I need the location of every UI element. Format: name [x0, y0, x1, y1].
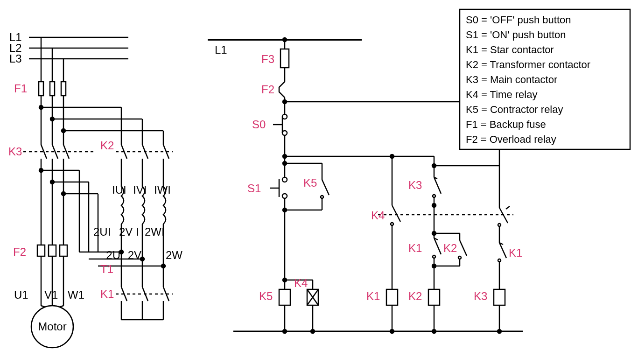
label-K2: K2 — [100, 139, 114, 152]
svg-line-122 — [434, 238, 441, 254]
ctrl-K1nc: K1 — [408, 242, 422, 254]
svg-point-115 — [391, 223, 393, 225]
legend-5: K4 = Time relay — [466, 89, 537, 100]
svg-line-114 — [392, 205, 400, 222]
ctrl-K5a: K5 — [303, 176, 317, 189]
label-IWI: IWI — [154, 183, 171, 196]
svg-point-113 — [432, 203, 436, 207]
svg-rect-8 — [61, 82, 66, 96]
legend-7: F1 = Backup fuse — [466, 119, 546, 130]
label-K1: K1 — [100, 287, 114, 300]
label-2VI: 2V I — [119, 225, 139, 238]
label-2V: 2V — [128, 249, 141, 261]
ctrl-L1: L1 — [215, 43, 227, 56]
label-2W: 2W — [166, 249, 182, 261]
svg-rect-57 — [60, 245, 67, 256]
label-2WI: 2WI — [145, 225, 165, 238]
label-2UI: 2UI — [93, 225, 111, 238]
ctrl-K3coil: K3 — [474, 290, 487, 302]
svg-point-124 — [433, 255, 435, 258]
svg-line-116 — [499, 208, 508, 223]
ctrl-K1coil: K1 — [366, 290, 380, 302]
label-IVI: IVI — [133, 183, 147, 196]
svg-point-97 — [282, 194, 287, 198]
ctrl-K4c: K4 — [371, 209, 385, 222]
svg-point-102 — [283, 161, 287, 165]
svg-line-129 — [460, 240, 467, 256]
legend-2: K1 = Star contactor — [466, 44, 554, 56]
legend-4: K3 = Main contactor — [466, 74, 557, 85]
label-U1: U1 — [14, 288, 28, 301]
svg-line-104 — [322, 180, 329, 195]
label-2U: 2U — [106, 249, 120, 261]
svg-point-127 — [432, 231, 436, 235]
svg-rect-151 — [494, 289, 505, 305]
ctrl-K1nc2: K1 — [509, 246, 522, 259]
svg-point-108 — [283, 208, 287, 212]
label-F2: F2 — [13, 245, 26, 258]
label-motor: Motor — [38, 320, 66, 333]
svg-point-130 — [458, 256, 461, 259]
ctrl-F3: F3 — [261, 53, 274, 65]
label-T1: T1 — [100, 263, 113, 275]
label-K3: K3 — [8, 145, 22, 158]
ctrl-K2coil: K2 — [408, 290, 422, 302]
svg-rect-6 — [39, 82, 43, 96]
ctrl-K5coil: K5 — [259, 290, 273, 302]
svg-rect-75 — [280, 49, 289, 68]
svg-point-158 — [498, 329, 501, 333]
svg-line-109 — [434, 177, 441, 194]
label-V1: V1 — [44, 288, 58, 301]
svg-rect-55 — [37, 245, 45, 256]
svg-point-154 — [283, 329, 287, 333]
svg-rect-147 — [386, 289, 398, 305]
label-IUI: IUI — [112, 183, 126, 196]
legend-3: K2 = Transformer contactor — [466, 59, 590, 70]
ctrl-S0: S0 — [252, 118, 266, 131]
ctrl-F2: F2 — [261, 83, 274, 96]
svg-line-71 — [59, 306, 63, 307]
svg-point-157 — [432, 329, 436, 333]
svg-point-111 — [433, 195, 435, 197]
svg-rect-149 — [428, 289, 440, 305]
power-circuit — [23, 37, 173, 348]
ctrl-K3nc: K3 — [408, 179, 422, 191]
svg-line-117 — [506, 206, 510, 209]
svg-point-136 — [498, 259, 501, 262]
svg-point-155 — [311, 329, 315, 333]
svg-point-96 — [282, 177, 287, 182]
svg-point-133 — [432, 264, 436, 268]
svg-point-141 — [283, 278, 287, 282]
svg-rect-138 — [279, 289, 290, 305]
legend-box: S0 = 'OFF' push button S1 = 'ON' push bu… — [460, 9, 630, 149]
svg-point-105 — [321, 196, 323, 198]
ctrl-K4coil: K4 — [294, 277, 308, 289]
ctrl-K2no: K2 — [443, 242, 457, 254]
label-F1: F1 — [14, 82, 27, 95]
svg-point-81 — [282, 114, 287, 119]
svg-point-54 — [161, 264, 165, 268]
svg-rect-56 — [49, 245, 56, 256]
svg-point-156 — [390, 329, 394, 333]
svg-line-70 — [41, 306, 45, 307]
legend-8: F2 = Overload relay — [466, 133, 556, 145]
legend-6: K5 = Contractor relay — [466, 104, 563, 115]
schematic-diagram: L1 L2 L3 F1 K3 K2 IUI IVI IWI 2UI 2V I 2… — [0, 0, 638, 364]
legend-1: S1 = 'ON' push button — [466, 29, 566, 41]
svg-rect-7 — [50, 82, 55, 96]
svg-point-118 — [498, 224, 501, 226]
label-L3: L3 — [9, 52, 22, 65]
svg-point-82 — [282, 131, 287, 135]
ctrl-S1: S1 — [247, 182, 261, 195]
svg-point-74 — [283, 38, 287, 42]
legend-0: S0 = 'OFF' push button — [466, 14, 571, 26]
label-W1: W1 — [68, 288, 84, 301]
svg-point-90 — [390, 154, 394, 158]
